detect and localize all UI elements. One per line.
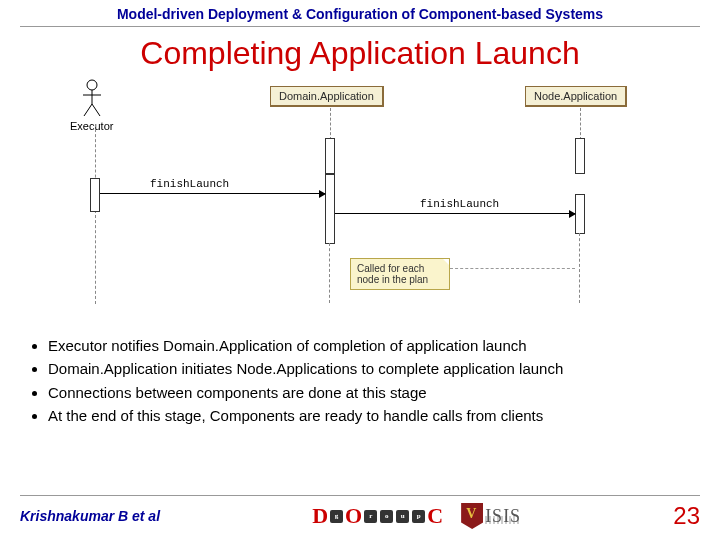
slide-header: Model-driven Deployment & Configuration … bbox=[20, 0, 700, 27]
logo-dot: r bbox=[364, 510, 377, 523]
lifeline-domain-tail bbox=[329, 243, 330, 303]
svg-line-4 bbox=[92, 104, 100, 116]
shield-icon bbox=[461, 503, 483, 529]
svg-point-0 bbox=[87, 80, 97, 90]
object-node-application: Node.Application bbox=[525, 86, 627, 107]
author-name: Krishnakumar B et al bbox=[20, 508, 160, 524]
message-label-2: finishLaunch bbox=[420, 198, 499, 210]
message-label-1: finishLaunch bbox=[150, 178, 229, 190]
isis-logo: ISIS bbox=[461, 503, 521, 529]
activation-domain-top bbox=[325, 138, 335, 174]
actor-label: Executor bbox=[70, 120, 113, 132]
list-item: Domain.Application initiates Node.Applic… bbox=[48, 359, 690, 379]
svg-line-3 bbox=[84, 104, 92, 116]
page-number: 23 bbox=[673, 502, 700, 530]
message-arrow-1 bbox=[100, 193, 325, 194]
message-arrow-2 bbox=[335, 213, 575, 214]
logo-dot: o bbox=[380, 510, 393, 523]
activation-node-top bbox=[575, 138, 585, 174]
activation-node-mid bbox=[575, 194, 585, 234]
lifeline-executor bbox=[95, 124, 96, 304]
logo-letter: D bbox=[312, 503, 328, 529]
logo-letter: C bbox=[427, 503, 443, 529]
logo-dot: p bbox=[412, 510, 425, 523]
bullet-list: Executor notifies Domain.Application of … bbox=[30, 336, 690, 426]
lifeline-node bbox=[580, 108, 581, 140]
logo-letter: O bbox=[345, 503, 362, 529]
activation-domain-mid bbox=[325, 174, 335, 244]
isis-text: ISIS bbox=[485, 506, 521, 527]
footer-logos: D g O r o u p C ISIS bbox=[312, 503, 521, 529]
logo-dot: g bbox=[330, 510, 343, 523]
slide-footer: Krishnakumar B et al D g O r o u p C ISI… bbox=[20, 495, 700, 530]
slide-title: Completing Application Launch bbox=[0, 27, 720, 78]
activation-executor bbox=[90, 178, 100, 212]
logo-dot: u bbox=[396, 510, 409, 523]
actor-executor: Executor bbox=[70, 78, 113, 132]
list-item: At the end of this stage, Components are… bbox=[48, 406, 690, 426]
stick-figure-icon bbox=[79, 78, 105, 118]
lifeline-node-tail bbox=[579, 233, 580, 303]
doc-group-logo: D g O r o u p C bbox=[312, 503, 443, 529]
lifeline-domain bbox=[330, 108, 331, 140]
diagram-note: Called for each node in the plan bbox=[350, 258, 450, 290]
sequence-diagram: Executor Domain.Application Node.Applica… bbox=[30, 78, 690, 328]
list-item: Executor notifies Domain.Application of … bbox=[48, 336, 690, 356]
object-domain-application: Domain.Application bbox=[270, 86, 384, 107]
note-connector bbox=[450, 268, 575, 269]
list-item: Connections between components are done … bbox=[48, 383, 690, 403]
